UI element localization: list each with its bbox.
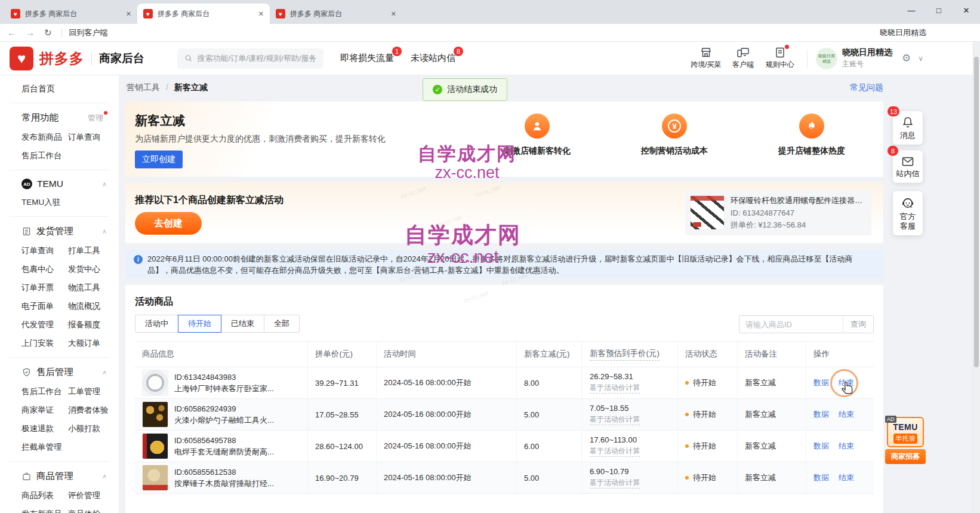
sidebar-item[interactable]: 售后工作台 <box>21 386 68 397</box>
data-link[interactable]: 数据 <box>813 441 829 451</box>
chevron-up-icon[interactable]: ∧ <box>102 368 107 376</box>
temu-ad-mode: 半托管 <box>893 434 917 444</box>
crossborder-link[interactable]: 跨境/买菜 <box>688 47 725 70</box>
breadcrumb-parent[interactable]: 营销工具 <box>127 82 160 92</box>
create-now-button[interactable]: 立即创建 <box>135 150 183 168</box>
sidebar-item[interactable]: 发货中心 <box>68 264 119 275</box>
messages-float-button[interactable]: 13 消息 <box>893 111 923 145</box>
data-link[interactable]: 数据 <box>813 472 829 483</box>
sidebar-group-temu[interactable]: AD TEMU ∧ <box>0 179 119 189</box>
search-query-button[interactable]: 查询 <box>843 316 873 333</box>
settings-gear-icon[interactable]: ⚙ <box>902 52 911 64</box>
chevron-up-icon[interactable]: ∧ <box>102 228 107 235</box>
sidebar-group-goods[interactable]: 商品管理 ∧ <box>0 470 119 483</box>
sidebar-item[interactable]: 订单查询 <box>21 245 68 256</box>
rules-center-link[interactable]: 规则中心 <box>762 47 799 70</box>
tab-active-activities[interactable]: 活动中 <box>135 315 178 333</box>
product-id-search[interactable]: 查询 <box>739 315 874 333</box>
chevron-up-icon[interactable]: ∧ <box>102 180 107 188</box>
global-search[interactable] <box>177 48 323 69</box>
tab-all-activities[interactable]: 全部 <box>264 315 300 333</box>
sidebar-item-home[interactable]: 后台首页 <box>0 84 119 94</box>
official-support-float-button[interactable]: 官方客服 <box>893 191 923 235</box>
account-chevron-down-icon[interactable]: ∨ <box>918 54 923 63</box>
forward-icon[interactable]: → <box>26 27 35 38</box>
close-button[interactable]: ✕ <box>953 0 980 20</box>
end-link[interactable]: 结束 <box>839 472 854 483</box>
product-thumbnail <box>142 433 168 459</box>
sidebar-item[interactable]: 订单查询 <box>68 132 119 143</box>
sidebar-item[interactable]: TEMU入驻 <box>21 197 68 208</box>
success-check-icon: ✓ <box>433 85 442 94</box>
losing-traffic-link[interactable]: 即将损失流量 1 <box>340 53 394 64</box>
sidebar-item[interactable]: 报备额度 <box>68 320 119 330</box>
maximize-button[interactable]: □ <box>925 0 953 20</box>
unread-mail-link[interactable]: 未读站内信 8 <box>411 53 455 64</box>
status-badge: 待开始 <box>693 441 716 451</box>
browser-tab-active[interactable]: ♥ 拼多多 商家后台 ✕ <box>137 4 270 24</box>
chevron-up-icon[interactable]: ∧ <box>102 472 107 480</box>
table-row: ID:605862924939 火漆小熔炉勺子融蜡工具火... 17.05~28… <box>135 399 874 431</box>
sidebar-item[interactable]: 电子面单 <box>21 301 68 312</box>
end-link[interactable]: 结束 <box>839 441 854 451</box>
sidebar-item[interactable]: 小额打款 <box>68 423 119 434</box>
sidebar-item[interactable]: 商家举证 <box>21 405 68 416</box>
account-info: 晓晓日用精选 主账号 <box>842 47 892 69</box>
sidebar-item[interactable]: 包裹中心 <box>21 264 68 275</box>
sidebar-item[interactable]: 消费者体验 <box>68 405 119 416</box>
temu-recruit-ad[interactable]: AD TEMU 半托管 商家招募 <box>887 417 924 464</box>
client-app-link[interactable]: 客户端 <box>725 47 762 70</box>
sidebar-divider <box>10 170 109 170</box>
account-role: 主账号 <box>842 59 892 69</box>
product-thumbnail <box>142 370 168 396</box>
site-mail-float-button[interactable]: 8 站内信 <box>893 150 923 183</box>
avatar[interactable]: 晓晓日用精选 <box>816 48 837 69</box>
sidebar-item[interactable]: 售后工作台 <box>21 150 68 161</box>
tab-ended-activities[interactable]: 已结束 <box>221 315 264 333</box>
sidebar-item[interactable]: 评价管理 <box>68 490 119 501</box>
page-scrollbar-thumb[interactable] <box>974 57 979 367</box>
reload-icon[interactable]: ↻ <box>44 27 52 38</box>
sidebar-item[interactable]: 上门安装 <box>21 338 68 349</box>
manage-common-link[interactable]: 管理 <box>88 113 103 124</box>
sidebar-item[interactable]: 大额订单 <box>68 338 119 349</box>
go-create-button[interactable]: 去创建 <box>135 212 202 235</box>
tab-close-icon[interactable]: ✕ <box>126 10 131 18</box>
data-link[interactable]: 数据 <box>813 409 829 420</box>
sidebar-group-aftersale[interactable]: 售后管理 ∧ <box>0 366 119 379</box>
sidebar-item[interactable]: 打单工具 <box>68 245 119 256</box>
activity-products-card: 活动商品 活动中 待开始 已结束 全部 查询 商品信息 拼单价(元) 活动时间 … <box>125 285 883 513</box>
browser-tab[interactable]: ♥ 拼多多 商家后台 ✕ <box>5 4 137 24</box>
sidebar-item[interactable]: 拦截单管理 <box>21 442 68 453</box>
sidebar-item[interactable]: 发布新商品 <box>21 132 68 143</box>
tab-close-icon[interactable]: ✕ <box>391 10 396 18</box>
temu-ad-title: TEMU <box>889 422 922 432</box>
browser-tab[interactable]: ♥ 拼多多 商家后台 ✕ <box>270 4 402 24</box>
end-link[interactable]: 结束 <box>839 409 854 420</box>
back-icon[interactable]: ← <box>7 27 16 38</box>
tab-close-icon[interactable]: ✕ <box>258 10 264 18</box>
pinduoduo-favicon-icon: ♥ <box>276 9 285 19</box>
status-dot <box>685 381 689 385</box>
global-search-input[interactable] <box>198 54 316 63</box>
sidebar-item[interactable]: 物流概况 <box>68 301 119 312</box>
sidebar-item[interactable]: 代发管理 <box>21 320 68 330</box>
recommend-title: 推荐以下1个商品创建新客立减活动 <box>135 194 283 207</box>
minimize-button[interactable]: — <box>898 0 925 20</box>
faq-link[interactable]: 常见问题 <box>850 82 883 93</box>
table-header: 商品信息 拼单价(元) 活动时间 新客立减(元) 新客预估到手价(元) 活动状态… <box>135 342 874 367</box>
sidebar-item[interactable]: 商品体检 <box>68 509 119 513</box>
sidebar-item[interactable]: 商品列表 <box>21 490 68 501</box>
sidebar-item[interactable]: 工单管理 <box>68 386 119 397</box>
sidebar-group-shipping[interactable]: 发货管理 ∧ <box>0 225 119 238</box>
sidebar-item[interactable]: 订单开票 <box>21 282 68 293</box>
tab-pending-activities[interactable]: 待开始 <box>178 315 221 333</box>
temu-items: TEMU入驻 <box>0 197 119 208</box>
data-link[interactable]: 数据 <box>813 377 829 388</box>
product-id-input[interactable] <box>739 320 843 329</box>
sidebar-item[interactable]: 极速退款 <box>21 423 68 434</box>
sidebar-item[interactable]: 发布新商品 <box>21 509 68 513</box>
sidebar-item[interactable]: 物流工具 <box>68 282 119 293</box>
sidebar-divider <box>10 103 109 103</box>
back-to-client-link[interactable]: 回到客户端 <box>69 27 108 38</box>
